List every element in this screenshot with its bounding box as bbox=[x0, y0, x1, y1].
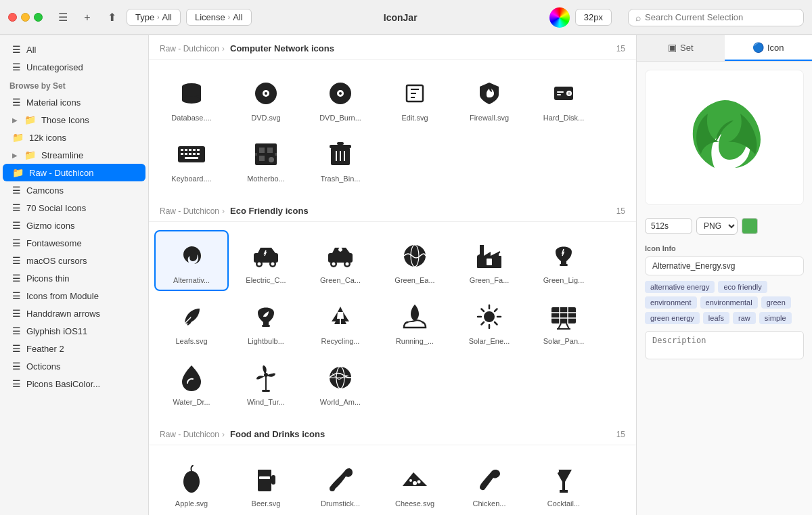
chevron-right-icon: › bbox=[157, 14, 159, 21]
icon-item-world-am[interactable]: World_Am... bbox=[303, 352, 378, 413]
tab-set[interactable]: ▣ Set bbox=[637, 35, 725, 61]
icon-item-green-factory[interactable]: Green_Fa... bbox=[452, 230, 526, 291]
icon-item-leafs[interactable]: Leafs.svg bbox=[154, 291, 229, 352]
close-button[interactable] bbox=[8, 13, 17, 22]
maximize-button[interactable] bbox=[34, 13, 43, 22]
sidebar-item-octicons[interactable]: ☰ Octicons bbox=[3, 357, 145, 375]
tag-8[interactable]: simple bbox=[759, 312, 792, 324]
sidebar-item-gizmo[interactable]: ☰ Gizmo icons bbox=[3, 217, 145, 234]
svg-rect-24 bbox=[185, 153, 187, 155]
export-size-input[interactable] bbox=[645, 218, 692, 234]
icon-item-solar-panel[interactable]: Solar_Pan... bbox=[526, 291, 601, 352]
sidebar-item-70social[interactable]: ☰ 70 Social Icons bbox=[3, 199, 145, 217]
icon-item-alt-energy[interactable]: Alternativ... bbox=[154, 230, 229, 291]
icon-item-chicken-leg[interactable]: Chicken... bbox=[452, 453, 526, 514]
tag-1[interactable]: eco friendly bbox=[718, 281, 767, 293]
icon-item-electric-car[interactable]: Electric_C... bbox=[229, 230, 303, 291]
sidebar-item-picons-basicolor[interactable]: ☰ Picons BasiColor... bbox=[3, 375, 145, 393]
sidebar-item-12k[interactable]: 📁 12k icons bbox=[3, 129, 145, 146]
svg-point-46 bbox=[271, 263, 275, 266]
sidebar-toggle-button[interactable]: ☰ bbox=[53, 8, 72, 27]
icon-item-running[interactable]: Running_... bbox=[378, 291, 452, 352]
new-tab-button[interactable]: + bbox=[78, 8, 97, 27]
svg-rect-25 bbox=[189, 153, 191, 155]
svg-rect-55 bbox=[480, 245, 484, 256]
icon-item-lightbulb[interactable]: Lightbulb... bbox=[229, 291, 303, 352]
svg-point-14 bbox=[568, 92, 570, 95]
sidebar-item-picons-thin[interactable]: ☰ Picons thin bbox=[3, 269, 145, 287]
folder-icon: 📁 bbox=[24, 114, 36, 125]
sidebar-item-icons-module[interactable]: ☰ Icons from Module bbox=[3, 287, 145, 305]
icon-item-water-drop[interactable]: Water_Dr... bbox=[154, 352, 229, 413]
size-button[interactable]: 32px bbox=[575, 9, 612, 26]
icon-item-firewall[interactable]: Firewall.svg bbox=[452, 68, 526, 129]
sidebar-item-glyphish[interactable]: ☰ Glyphish iOS11 bbox=[3, 322, 145, 340]
icon-item-cocktail[interactable]: Cocktail... bbox=[526, 453, 601, 514]
icon-item-database[interactable]: Database.... bbox=[154, 68, 229, 129]
search-input[interactable] bbox=[645, 12, 796, 22]
svg-rect-21 bbox=[193, 149, 196, 151]
type-filter-button[interactable]: Type › All bbox=[127, 9, 181, 26]
sidebar-item-streamline[interactable]: ▶ 📁 Streamline bbox=[3, 146, 145, 164]
icon-item-green-car[interactable]: Green_Ca... bbox=[303, 230, 378, 291]
export-button[interactable]: ⬆ bbox=[102, 8, 121, 27]
description-textarea[interactable] bbox=[645, 331, 804, 359]
sidebar-item-label: All bbox=[26, 45, 36, 55]
icon-img-cocktail bbox=[546, 462, 581, 497]
svg-rect-37 bbox=[330, 145, 351, 148]
sidebar-item-those-icons[interactable]: ▶ 📁 Those Icons bbox=[3, 111, 145, 129]
icon-item-keyboard[interactable]: Keyboard.... bbox=[154, 129, 229, 189]
icon-img-database bbox=[174, 76, 209, 111]
icon-item-drumstick[interactable]: Drumstick... bbox=[303, 453, 378, 514]
icon-item-dvd-burn[interactable]: DVD_Burn... bbox=[303, 68, 378, 129]
sidebar-item-macos-cursors[interactable]: ☰ macOS cursors bbox=[3, 252, 145, 269]
minimize-button[interactable] bbox=[21, 13, 30, 22]
sidebar-item-all[interactable]: ☰ All bbox=[3, 41, 145, 58]
icon-item-trash-bin[interactable]: Trash_Bin... bbox=[303, 129, 378, 189]
sidebar-item-fontawesome[interactable]: ☰ Fontawesome bbox=[3, 234, 145, 252]
sidebar-item-handdrawn[interactable]: ☰ Handdrawn arrows bbox=[3, 305, 145, 322]
icon-label-motherboard: Motherbo... bbox=[247, 175, 285, 183]
icon-item-cheese[interactable]: Cheese.svg bbox=[378, 453, 452, 514]
svg-rect-18 bbox=[181, 149, 183, 151]
icon-item-wind-turbine[interactable]: Wind_Tur... bbox=[229, 352, 303, 413]
icon-img-leafs bbox=[174, 299, 209, 334]
svg-rect-60 bbox=[262, 325, 270, 327]
icon-item-green-light[interactable]: Green_Lig... bbox=[526, 230, 601, 291]
export-format-select[interactable]: PNG SVG PDF bbox=[696, 217, 738, 235]
icon-item-dvd[interactable]: DVD.svg bbox=[229, 68, 303, 129]
license-filter-button[interactable]: License › All bbox=[186, 9, 252, 26]
icon-label-electric-car: Electric_C... bbox=[246, 276, 286, 284]
icon-label-database: Database.... bbox=[171, 114, 211, 122]
tag-4[interactable]: green bbox=[761, 296, 791, 309]
tag-3[interactable]: environmental bbox=[700, 296, 758, 309]
breadcrumb-parent: Raw - Dutchicon bbox=[160, 44, 219, 53]
icon-img-keyboard bbox=[174, 137, 209, 172]
icon-item-motherboard[interactable]: Motherbo... bbox=[229, 129, 303, 189]
icon-item-edit[interactable]: Edit.svg bbox=[378, 68, 452, 129]
tab-icon[interactable]: 🔵 Icon bbox=[725, 35, 813, 61]
sidebar-item-camcons[interactable]: ☰ Camcons bbox=[3, 181, 145, 199]
svg-point-52 bbox=[404, 245, 426, 267]
sidebar-item-uncategorised[interactable]: ☰ Uncategorised bbox=[3, 58, 145, 76]
arrow-icon: ☰ bbox=[12, 308, 21, 319]
gizmo-icon: ☰ bbox=[12, 220, 21, 231]
sidebar-item-label: Gizmo icons bbox=[26, 221, 75, 231]
color-picker-button[interactable] bbox=[549, 7, 570, 28]
icon-item-apple[interactable]: Apple.svg bbox=[154, 453, 229, 514]
tag-7[interactable]: raw bbox=[733, 312, 756, 324]
icon-item-hard-disk[interactable]: Hard_Disk... bbox=[526, 68, 601, 129]
icon-item-green-earth[interactable]: Green_Ea... bbox=[378, 230, 452, 291]
tag-6[interactable]: leafs bbox=[703, 312, 729, 324]
icon-item-recycling[interactable]: Recycling... bbox=[303, 291, 378, 352]
icon-item-beer[interactable]: Beer.svg bbox=[229, 453, 303, 514]
tag-0[interactable]: alternative energy bbox=[645, 281, 715, 293]
icon-item-solar-energy[interactable]: Solar_Ene... bbox=[452, 291, 526, 352]
sidebar-item-feather2[interactable]: ☰ Feather 2 bbox=[3, 340, 145, 357]
export-color-swatch[interactable] bbox=[742, 218, 758, 234]
tag-5[interactable]: green energy bbox=[645, 312, 700, 324]
tag-2[interactable]: environment bbox=[645, 296, 697, 309]
icon-label-cocktail: Cocktail... bbox=[547, 499, 580, 508]
sidebar-item-raw-dutchicon[interactable]: 📁 Raw - Dutchicon bbox=[3, 164, 145, 181]
sidebar-item-material[interactable]: ☰ Material icons bbox=[3, 93, 145, 111]
